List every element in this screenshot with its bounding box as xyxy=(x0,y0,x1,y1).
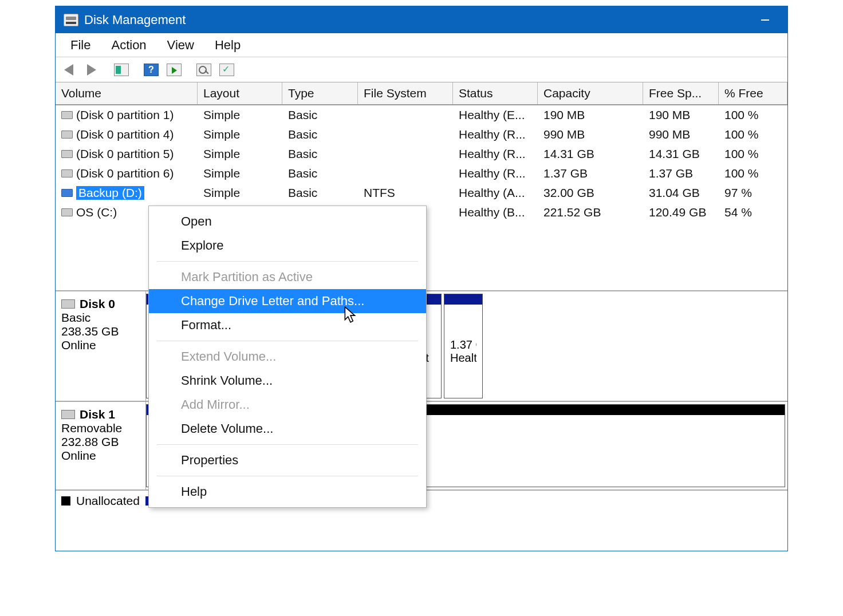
volume-capacity: 32.00 GB xyxy=(538,183,643,203)
volume-type: Basic xyxy=(282,105,358,125)
volume-layout: Simple xyxy=(198,164,282,183)
drive-icon xyxy=(61,169,73,177)
partition[interactable]: 1.37 GIHealth xyxy=(444,294,483,398)
volume-name: OS (C:) xyxy=(76,206,117,219)
volume-name: (Disk 0 partition 5) xyxy=(76,147,174,161)
volume-row[interactable]: (Disk 0 partition 1)SimpleBasicHealthy (… xyxy=(56,105,787,125)
volume-row[interactable]: Backup (D:)SimpleBasicNTFSHealthy (A...3… xyxy=(56,183,787,203)
volume-filesystem xyxy=(358,105,453,125)
partition-status: Health xyxy=(450,352,476,365)
arrow-right-icon xyxy=(87,64,96,76)
volume-capacity: 190 MB xyxy=(538,105,643,125)
volume-row[interactable]: (Disk 0 partition 6)SimpleBasicHealthy (… xyxy=(56,164,787,183)
ctx-shrink-volume[interactable]: Shrink Volume... xyxy=(149,369,426,393)
volume-type: Basic xyxy=(282,125,358,144)
volume-capacity: 990 MB xyxy=(538,125,643,144)
volume-status: Healthy (B... xyxy=(453,203,538,222)
help-icon: ? xyxy=(144,64,159,76)
menu-help[interactable]: Help xyxy=(204,34,251,56)
settings-button[interactable] xyxy=(217,61,237,78)
ctx-mark-active: Mark Partition as Active xyxy=(149,265,426,289)
menu-view[interactable]: View xyxy=(157,34,204,56)
action-button[interactable] xyxy=(164,61,184,78)
col-layout[interactable]: Layout xyxy=(198,82,282,104)
partition-stripe xyxy=(444,294,482,305)
disk-status: Online xyxy=(61,449,140,463)
refresh-button[interactable] xyxy=(194,61,214,78)
ctx-explore[interactable]: Explore xyxy=(149,234,426,258)
disk-name: Disk 1 xyxy=(80,408,115,421)
volume-type: Basic xyxy=(282,164,358,183)
volume-list-header: Volume Layout Type File System Status Ca… xyxy=(56,82,787,105)
ctx-help[interactable]: Help xyxy=(149,480,426,504)
volume-capacity: 221.52 GB xyxy=(538,203,643,222)
drive-icon xyxy=(61,208,73,216)
volume-capacity: 14.31 GB xyxy=(538,144,643,164)
volume-row[interactable]: (Disk 0 partition 4)SimpleBasicHealthy (… xyxy=(56,125,787,144)
ctx-add-mirror: Add Mirror... xyxy=(149,393,426,417)
drive-icon xyxy=(61,111,73,119)
volume-free: 190 MB xyxy=(643,105,719,125)
col-volume[interactable]: Volume xyxy=(56,82,198,104)
ctx-format[interactable]: Format... xyxy=(149,313,426,337)
volume-free: 1.37 GB xyxy=(643,164,719,183)
volume-percent: 100 % xyxy=(719,125,787,144)
disk-icon xyxy=(61,410,75,419)
volume-status: Healthy (R... xyxy=(453,144,538,164)
legend-unallocated-swatch xyxy=(61,496,70,506)
col-percent[interactable]: % Free xyxy=(719,82,787,104)
help-button[interactable]: ? xyxy=(141,61,161,78)
title-bar[interactable]: Disk Management xyxy=(56,6,787,33)
volume-status: Healthy (E... xyxy=(453,105,538,125)
menu-bar: File Action View Help xyxy=(56,33,787,57)
ctx-delete-volume[interactable]: Delete Volume... xyxy=(149,417,426,441)
volume-name: (Disk 0 partition 4) xyxy=(76,128,174,141)
ctx-properties[interactable]: Properties xyxy=(149,448,426,472)
ctx-change-drive-letter[interactable]: Change Drive Letter and Paths... xyxy=(149,289,426,313)
disk-management-window: Disk Management File Action View Help ? … xyxy=(55,6,788,551)
back-button[interactable] xyxy=(59,61,78,78)
legend-unallocated-label: Unallocated xyxy=(76,494,140,508)
show-hide-tree-button[interactable] xyxy=(112,61,131,78)
disk-icon xyxy=(61,299,75,309)
volume-status: Healthy (A... xyxy=(453,183,538,203)
volume-percent: 97 % xyxy=(719,183,787,203)
col-status[interactable]: Status xyxy=(453,82,538,104)
volume-row[interactable]: (Disk 0 partition 5)SimpleBasicHealthy (… xyxy=(56,144,787,164)
volume-layout: Simple xyxy=(198,125,282,144)
drive-icon xyxy=(61,131,73,139)
minimize-button[interactable] xyxy=(751,6,779,33)
disk-size: 238.35 GB xyxy=(61,325,140,338)
volume-free: 120.49 GB xyxy=(643,203,719,222)
ctx-extend-volume: Extend Volume... xyxy=(149,345,426,369)
disk-type: Basic xyxy=(61,311,140,325)
play-icon xyxy=(167,64,182,76)
forward-button[interactable] xyxy=(82,61,101,78)
col-filesystem[interactable]: File System xyxy=(358,82,453,104)
menu-file[interactable]: File xyxy=(60,34,101,56)
volume-filesystem xyxy=(358,144,453,164)
volume-type: Basic xyxy=(282,183,358,203)
menu-action[interactable]: Action xyxy=(101,34,156,56)
volume-status: Healthy (R... xyxy=(453,125,538,144)
disk-info-1: Disk 1 Removable 232.88 GB Online xyxy=(56,402,146,489)
col-capacity[interactable]: Capacity xyxy=(538,82,643,104)
volume-status: Healthy (R... xyxy=(453,164,538,183)
volume-free: 31.04 GB xyxy=(643,183,719,203)
volume-percent: 54 % xyxy=(719,203,787,222)
col-type[interactable]: Type xyxy=(282,82,358,104)
app-icon xyxy=(64,14,78,26)
ctx-open[interactable]: Open xyxy=(149,210,426,234)
partition-size: 1.37 GI xyxy=(450,338,476,352)
drive-icon xyxy=(61,150,73,158)
magnifier-icon xyxy=(196,64,211,76)
volume-percent: 100 % xyxy=(719,164,787,183)
disk-status: Online xyxy=(61,338,140,352)
volume-filesystem: NTFS xyxy=(358,183,453,203)
drive-icon xyxy=(61,189,73,197)
volume-name: Backup (D:) xyxy=(76,186,144,200)
col-free[interactable]: Free Sp... xyxy=(643,82,719,104)
volume-layout: Simple xyxy=(198,144,282,164)
disk-size: 232.88 GB xyxy=(61,435,140,449)
volume-filesystem xyxy=(358,164,453,183)
